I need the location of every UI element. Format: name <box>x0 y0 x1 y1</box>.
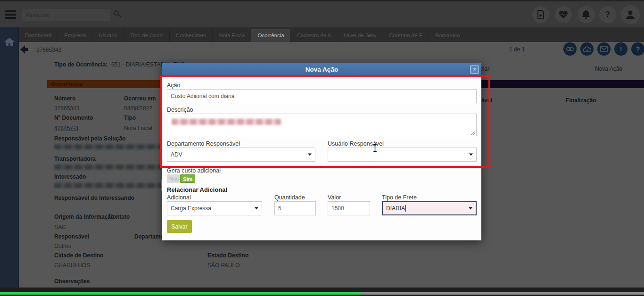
topbar: ? <box>0 0 644 27</box>
tab-nivel-de-serv[interactable]: Nível de Serv <box>338 29 383 42</box>
modal-title: Nova Ação <box>162 63 481 77</box>
tipo-frete-value: DIARIA <box>386 205 405 212</box>
quantidade-label: Quantidade <box>274 194 305 201</box>
tab-dashboard[interactable]: Dashboard <box>19 29 58 42</box>
gera-custo-toggle[interactable]: Não Sim <box>167 174 195 183</box>
help-icon[interactable]: ? <box>599 6 616 23</box>
toggle-sim[interactable]: Sim <box>180 174 195 183</box>
chevron-down-icon <box>255 207 258 210</box>
tabbar: Dashboard Empresa Usuário Tipo de Ocorr … <box>19 29 644 42</box>
health-heart-icon[interactable] <box>555 6 572 23</box>
tab-ocorrencia[interactable]: Ocorrência <box>251 29 290 42</box>
chevron-down-icon <box>308 154 312 156</box>
quantidade-input[interactable] <box>274 201 316 215</box>
text-caret <box>405 205 406 212</box>
document-upload-icon[interactable] <box>532 6 549 23</box>
departamento-label: Departamento Responsável <box>167 140 240 147</box>
acao-label: Ação <box>167 82 181 89</box>
user-avatar[interactable] <box>621 5 640 24</box>
help-glyph: ? <box>605 10 610 19</box>
tipo-frete-select[interactable]: DIARIA <box>382 201 477 215</box>
tab-cadastro-de-a[interactable]: Cadastro de A <box>291 29 338 42</box>
adicional-label: Adicional <box>167 194 191 201</box>
save-button[interactable]: Salvar <box>167 220 192 233</box>
relacionar-title: Relacionar Adicional <box>167 186 227 193</box>
tipo-frete-label: Tipo de Frete <box>382 194 417 201</box>
redacted-description <box>172 119 281 125</box>
departamento-value: ADV <box>171 151 182 158</box>
tab-usuario[interactable]: Usuário <box>92 29 124 42</box>
tab-contrato-de-f[interactable]: Contrato de F <box>383 29 429 42</box>
adicional-select[interactable]: Carga Expressa <box>167 201 262 215</box>
video-player-bar <box>0 288 644 296</box>
resize-handle-icon[interactable] <box>471 131 475 135</box>
tab-romaneio[interactable]: Romaneio <box>429 29 466 42</box>
tab-nota-fisca[interactable]: Nota Fisca <box>213 29 251 42</box>
chevron-down-icon <box>469 207 472 210</box>
home-icon[interactable] <box>4 37 15 49</box>
notifications-bell-icon[interactable] <box>578 6 594 23</box>
acao-input[interactable] <box>167 89 477 103</box>
progress-track[interactable] <box>0 292 644 295</box>
valor-label: Valor <box>328 194 341 201</box>
gera-custo-label: Gera custo adicional <box>167 167 221 174</box>
close-icon[interactable]: × <box>470 66 479 74</box>
tab-tipo-de-ocorr[interactable]: Tipo de Ocorr <box>124 29 170 42</box>
adicional-value: Carga Expressa <box>171 205 211 212</box>
departamento-select[interactable]: ADV <box>167 148 315 162</box>
descricao-textarea[interactable] <box>167 114 477 136</box>
search-icon[interactable] <box>114 10 119 16</box>
screen: ? Dashboard Empresa Usuário Tipo de Ocor… <box>0 0 644 296</box>
tab-empresa[interactable]: Empresa <box>58 29 92 42</box>
usuario-select[interactable] <box>328 148 477 162</box>
progress-fill <box>0 292 361 295</box>
new-action-modal: Nova Ação × Ação Descrição Departamento … <box>162 63 481 240</box>
descricao-label: Descrição <box>167 107 193 113</box>
ibeam-cursor <box>372 144 378 154</box>
valor-input[interactable] <box>328 201 370 215</box>
menu-icon[interactable] <box>5 10 16 19</box>
sidebar <box>0 27 19 296</box>
search-input[interactable] <box>22 9 110 21</box>
chevron-down-icon <box>469 154 473 156</box>
tab-conhecimen[interactable]: Conhecimen <box>170 29 213 42</box>
toggle-nao[interactable]: Não <box>167 174 181 183</box>
